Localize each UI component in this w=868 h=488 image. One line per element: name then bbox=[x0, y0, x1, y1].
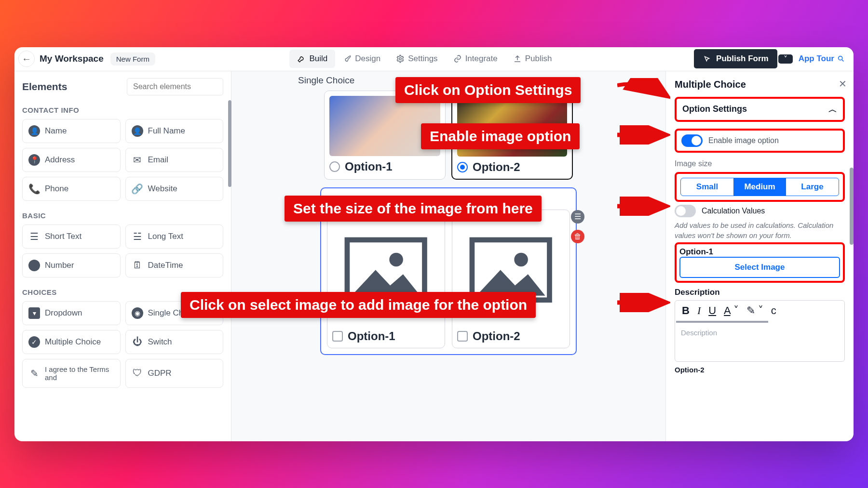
svg-point-6 bbox=[515, 253, 529, 267]
radio-icon[interactable] bbox=[329, 161, 340, 172]
size-large[interactable]: Large bbox=[786, 178, 839, 196]
element-website[interactable]: 🔗Website bbox=[125, 177, 224, 201]
multi-option-2[interactable]: Option-2 bbox=[452, 210, 570, 348]
svg-point-1 bbox=[839, 56, 842, 60]
check-icon: ✓ bbox=[28, 336, 40, 348]
option1-label: Option-1 bbox=[679, 247, 840, 257]
svg-point-3 bbox=[390, 253, 404, 267]
calculation-hint: Add values to be used in calculations. C… bbox=[675, 220, 845, 240]
pin-icon: 📍 bbox=[28, 154, 40, 166]
element-address[interactable]: 📍Address bbox=[22, 148, 121, 172]
section-contact: CONTACT INFO bbox=[22, 106, 223, 114]
element-name[interactable]: 👤Name bbox=[22, 119, 121, 143]
italic-button[interactable]: I bbox=[697, 304, 701, 317]
arrow-icon bbox=[617, 197, 670, 216]
element-full-name[interactable]: 👤Full Name bbox=[125, 119, 224, 143]
agree-icon: ✎ bbox=[28, 368, 40, 379]
link-icon bbox=[453, 54, 462, 63]
tab-design[interactable]: Design bbox=[335, 50, 388, 68]
checkbox-icon[interactable] bbox=[457, 331, 468, 342]
brush-icon bbox=[343, 54, 352, 63]
multi-option-1[interactable]: Option-1 bbox=[327, 210, 445, 348]
element-email[interactable]: ✉Email bbox=[125, 148, 224, 172]
calendar-icon: 🗓 bbox=[132, 260, 143, 271]
properties-panel: ✕ Multiple Choice Option Settings ︿ Enab… bbox=[665, 71, 854, 441]
callout-enable-image: Enable image option bbox=[421, 123, 580, 149]
dropdown-icon: ▾ bbox=[28, 307, 40, 319]
dot-icon bbox=[28, 260, 40, 271]
person-icon: 👤 bbox=[132, 125, 143, 137]
search-icon bbox=[837, 55, 845, 63]
elements-title: Elements bbox=[22, 81, 67, 92]
arrow-icon bbox=[617, 78, 670, 102]
wrench-icon bbox=[297, 54, 306, 63]
size-medium[interactable]: Medium bbox=[733, 178, 786, 196]
single-choice-label: Single Choice bbox=[298, 75, 354, 86]
workspace-title: My Workspace bbox=[40, 53, 104, 64]
arrow-icon bbox=[617, 293, 670, 312]
pointer-icon bbox=[703, 54, 711, 63]
callout-option-settings: Click on Option Settings bbox=[395, 77, 581, 103]
image-size-segmented: Small Medium Large bbox=[675, 172, 845, 202]
person-icon: 👤 bbox=[28, 125, 40, 137]
element-multiple-choice[interactable]: ✓Multiple Choice bbox=[22, 330, 121, 354]
tab-build[interactable]: Build bbox=[289, 50, 335, 68]
publish-dropdown[interactable]: ˅ bbox=[778, 54, 793, 64]
element-switch[interactable]: ⏻Switch bbox=[125, 330, 224, 354]
arrow-icon bbox=[617, 125, 670, 145]
list-icon: ☱ bbox=[132, 231, 143, 242]
upload-icon bbox=[513, 54, 522, 63]
svg-point-0 bbox=[399, 58, 402, 60]
bold-button[interactable]: B bbox=[682, 304, 690, 317]
link-button[interactable]: c bbox=[771, 304, 776, 317]
radio-icon[interactable] bbox=[457, 162, 468, 172]
element-short-text[interactable]: ☰Short Text bbox=[22, 224, 121, 249]
section-basic: BASIC bbox=[22, 211, 223, 220]
underline-button[interactable]: U bbox=[708, 304, 716, 317]
shield-icon: 🛡 bbox=[132, 368, 143, 379]
back-button[interactable]: ← bbox=[18, 51, 35, 67]
element-number[interactable]: Number bbox=[22, 253, 121, 277]
description-editor[interactable]: B I U A ˅ ✎ ˅ c Description bbox=[675, 300, 845, 362]
close-panel-button[interactable]: ✕ bbox=[839, 78, 847, 90]
phone-icon: 📞 bbox=[28, 183, 40, 195]
highlight-button[interactable]: ✎ ˅ bbox=[746, 304, 763, 317]
field-menu-button[interactable]: ☰ bbox=[571, 210, 584, 224]
elements-panel: Elements CONTACT INFO 👤Name 👤Full Name 📍… bbox=[14, 71, 231, 441]
element-phone[interactable]: 📞Phone bbox=[22, 177, 121, 201]
size-small[interactable]: Small bbox=[681, 178, 733, 196]
tab-settings[interactable]: Settings bbox=[388, 50, 445, 68]
form-name-chip[interactable]: New Form bbox=[110, 53, 155, 66]
toggle-on-icon bbox=[681, 134, 703, 147]
description-textarea[interactable]: Description bbox=[675, 323, 844, 361]
description-label: Description bbox=[675, 288, 845, 297]
search-elements-input[interactable] bbox=[127, 78, 223, 95]
element-gdpr[interactable]: 🛡GDPR bbox=[125, 359, 224, 388]
element-agree[interactable]: ✎I agree to the Terms and bbox=[22, 359, 121, 388]
panel-title: Multiple Choice bbox=[675, 79, 845, 90]
select-image-button[interactable]: Select Image bbox=[679, 257, 840, 278]
link-icon: 🔗 bbox=[132, 183, 143, 195]
callout-select-image: Click on select image to add image for t… bbox=[181, 292, 536, 318]
lines-icon: ☰ bbox=[28, 231, 40, 242]
element-long-text[interactable]: ☱Long Text bbox=[125, 224, 224, 249]
tab-publish[interactable]: Publish bbox=[505, 50, 560, 68]
calculation-values-toggle[interactable] bbox=[675, 205, 696, 217]
enable-image-option-toggle[interactable]: Enable image option bbox=[675, 129, 845, 153]
element-dropdown[interactable]: ▾Dropdown bbox=[22, 301, 121, 325]
left-scrollbar[interactable] bbox=[228, 100, 231, 187]
select-image-section: Option-1 Select Image bbox=[675, 242, 845, 283]
option2-label: Option-2 bbox=[675, 366, 845, 374]
toggle-icon: ⏻ bbox=[132, 336, 143, 348]
right-scrollbar[interactable] bbox=[850, 168, 854, 245]
app-tour-link[interactable]: App Tour bbox=[799, 54, 845, 64]
radio-icon: ◉ bbox=[132, 307, 143, 319]
field-delete-button[interactable]: 🗑 bbox=[571, 230, 584, 243]
tab-integrate[interactable]: Integrate bbox=[446, 50, 505, 68]
text-color-button[interactable]: A ˅ bbox=[724, 304, 739, 317]
publish-form-button[interactable]: Publish Form bbox=[694, 49, 777, 68]
checkbox-icon[interactable] bbox=[332, 331, 343, 342]
option-settings-accordion[interactable]: Option Settings ︿ bbox=[675, 97, 845, 122]
mail-icon: ✉ bbox=[132, 154, 143, 166]
element-datetime[interactable]: 🗓DateTime bbox=[125, 253, 224, 277]
